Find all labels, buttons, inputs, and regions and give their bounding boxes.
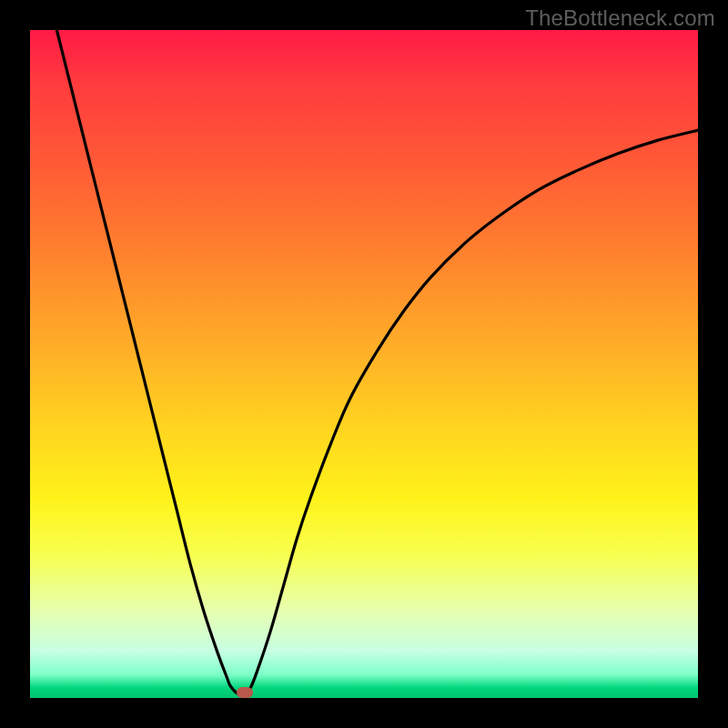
chart-frame: TheBottleneck.com xyxy=(0,0,728,728)
bottleneck-marker xyxy=(237,687,253,698)
watermark-text: TheBottleneck.com xyxy=(525,5,715,31)
curve-left-arm xyxy=(56,30,244,696)
bottleneck-curve xyxy=(30,30,698,698)
curve-right-arm xyxy=(244,130,698,696)
plot-area xyxy=(30,30,698,698)
